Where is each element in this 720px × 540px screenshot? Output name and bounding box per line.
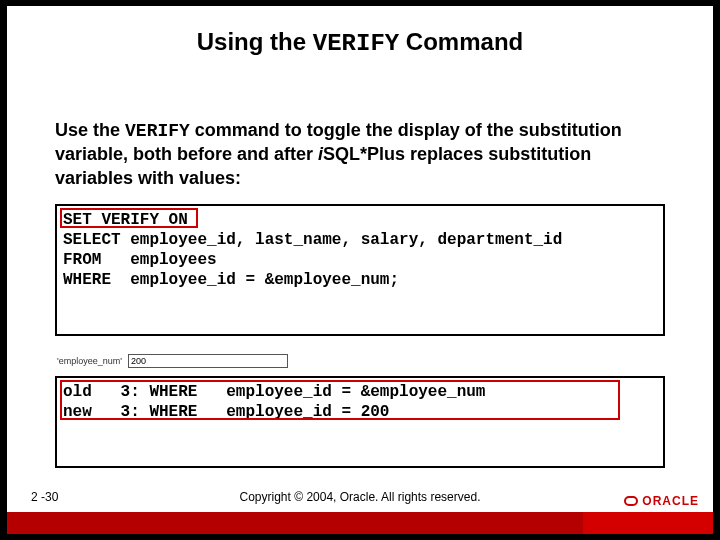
code1-line2: SELECT employee_id, last_name, salary, d…	[63, 231, 562, 249]
code1-line3: FROM employees	[63, 251, 217, 269]
slide-title: Using the VERIFY Command	[7, 6, 713, 67]
oracle-icon	[624, 494, 638, 508]
code-block-output: old 3: WHERE employee_id = &employee_num…	[55, 376, 665, 468]
title-pre: Using the	[197, 28, 313, 55]
substitution-prompt: 'employee_num'	[55, 354, 665, 368]
code1-line1: SET VERIFY ON	[63, 211, 188, 229]
slide: Using the VERIFY Command Use the VERIFY …	[7, 6, 713, 534]
code1-line4: WHERE employee_id = &employee_num;	[63, 271, 399, 289]
code-block-sql: SET VERIFY ON SELECT employee_id, last_n…	[55, 204, 665, 336]
footer-bar-accent	[583, 512, 713, 534]
copyright-text: Copyright © 2004, Oracle. All rights res…	[7, 490, 713, 504]
title-post: Command	[399, 28, 523, 55]
oracle-logo: ORACLE	[624, 494, 699, 508]
footer-bar	[7, 512, 713, 534]
prompt-label: 'employee_num'	[57, 356, 122, 366]
description-paragraph: Use the VERIFY command to toggle the dis…	[55, 119, 665, 190]
svg-rect-0	[625, 497, 637, 505]
title-mono: VERIFY	[313, 30, 399, 57]
code2-line2: new 3: WHERE employee_id = 200	[63, 403, 389, 421]
slide-body: Use the VERIFY command to toggle the dis…	[7, 67, 713, 468]
para-mono: VERIFY	[125, 121, 190, 141]
prompt-input[interactable]	[128, 354, 288, 368]
para-pre: Use the	[55, 120, 125, 140]
oracle-logo-text: ORACLE	[642, 494, 699, 508]
code2-line1: old 3: WHERE employee_id = &employee_num	[63, 383, 485, 401]
